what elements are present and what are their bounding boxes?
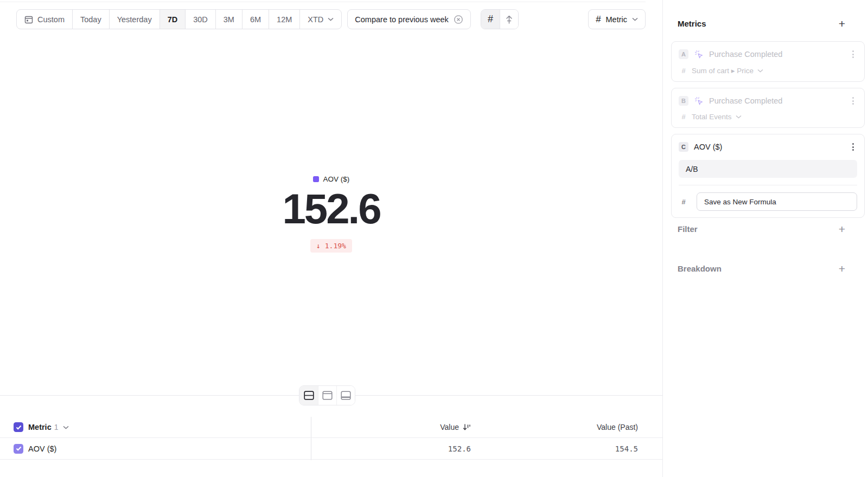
date-range-30d[interactable]: 30D xyxy=(185,9,216,29)
date-range-group: Custom Today Yesterday 7D 30D 3M 6M 12M … xyxy=(16,9,342,29)
formula-input[interactable]: A/B xyxy=(679,160,857,178)
sort-descending-icon xyxy=(463,423,471,431)
chart-view-button[interactable] xyxy=(318,386,336,405)
row-checkbox[interactable] xyxy=(14,444,23,454)
kpi-value: 152.6 xyxy=(0,187,662,231)
chevron-down-icon xyxy=(736,115,742,119)
metric-column-header: Metric xyxy=(28,423,52,431)
date-range-3m[interactable]: 3M xyxy=(215,9,242,29)
legend-color-swatch xyxy=(313,176,319,182)
top-divider xyxy=(0,2,646,2)
formula-actions-row: # Save as New Formula xyxy=(679,185,857,211)
row-value: 152.6 xyxy=(448,444,471,453)
metric-badge: C xyxy=(679,142,688,152)
split-view-button[interactable] xyxy=(299,386,318,405)
add-metric-button[interactable]: + xyxy=(839,18,845,29)
metric-event-name: Purchase Completed xyxy=(709,96,782,105)
add-filter-button[interactable]: + xyxy=(839,223,845,235)
date-range-label: 30D xyxy=(193,15,208,24)
metric-card-a[interactable]: A Purchase Completed # Sum of cart ▸ Pri… xyxy=(671,41,865,82)
metric-dropdown-button[interactable]: # Metric xyxy=(588,9,646,29)
query-builder-sidebar: Metrics + A Purchase Completed # Sum of … xyxy=(662,0,868,477)
metric-badge: A xyxy=(679,49,688,59)
metric-aggregation-row[interactable]: # Sum of cart ▸ Price xyxy=(679,66,857,75)
date-range-7d[interactable]: 7D xyxy=(159,9,186,29)
date-range-label: Custom xyxy=(37,15,65,24)
metric-aggregation-row[interactable]: # Total Events xyxy=(679,113,857,121)
more-options-icon[interactable] xyxy=(849,141,857,153)
metric-card-header: B Purchase Completed xyxy=(679,95,857,107)
remove-compare-icon[interactable] xyxy=(454,15,463,24)
date-range-label: Yesterday xyxy=(117,15,152,24)
chart-view-icon xyxy=(322,391,333,400)
metrics-title: Metrics xyxy=(678,19,706,28)
save-formula-button[interactable]: Save as New Formula xyxy=(697,192,857,211)
check-icon xyxy=(16,446,22,451)
legend-label: AOV ($) xyxy=(323,175,350,183)
filter-title: Filter xyxy=(678,224,698,234)
date-range-label: 12M xyxy=(277,15,292,24)
metric-card-b[interactable]: B Purchase Completed # Total Events xyxy=(671,88,865,128)
date-range-6m[interactable]: 6M xyxy=(242,9,269,29)
panel-layout-toggle xyxy=(299,385,355,405)
aggregation-label: Total Events xyxy=(692,113,732,121)
metric-event-name: Purchase Completed xyxy=(709,50,782,59)
date-range-label: Today xyxy=(80,15,101,24)
aggregation-label: Sum of cart ▸ Price xyxy=(692,66,754,75)
hash-icon: # xyxy=(679,113,688,121)
chevron-down-icon xyxy=(632,17,638,21)
toolbar: Custom Today Yesterday 7D 30D 3M 6M 12M … xyxy=(16,9,646,29)
table-view-button[interactable] xyxy=(336,386,355,405)
metric-count: 1 xyxy=(54,423,59,431)
visualization-toggle: # xyxy=(481,9,519,29)
date-range-xtd[interactable]: XTD xyxy=(299,9,342,29)
calendar-icon xyxy=(24,15,33,24)
date-range-12m[interactable]: 12M xyxy=(269,9,300,29)
value-past-column-header[interactable]: Value (Past) xyxy=(597,423,638,431)
more-options-icon[interactable] xyxy=(849,48,857,60)
hash-icon: # xyxy=(679,198,688,206)
date-range-label: XTD xyxy=(308,15,323,24)
breakdown-title: Breakdown xyxy=(678,264,722,273)
metrics-section-header: Metrics + xyxy=(678,18,841,29)
row-metric-name: AOV ($) xyxy=(28,444,56,453)
breakdown-section: Breakdown + xyxy=(678,263,841,274)
kpi-change-badge: ↓ 1.19% xyxy=(310,239,352,253)
table-view-icon xyxy=(341,391,351,400)
row-value-past: 154.5 xyxy=(615,444,638,453)
split-view-icon xyxy=(304,391,314,400)
chevron-down-icon xyxy=(328,17,334,21)
hash-icon: # xyxy=(488,14,493,25)
filter-section: Filter + xyxy=(678,223,841,235)
date-range-custom[interactable]: Custom xyxy=(16,9,73,29)
date-range-label: 7D xyxy=(168,15,178,24)
metric-card-header: C AOV ($) xyxy=(679,141,857,153)
event-cursor-icon xyxy=(694,96,704,106)
metric-card-header: A Purchase Completed xyxy=(679,48,857,60)
compare-chip-label: Compare to previous week xyxy=(355,15,448,24)
date-range-label: 3M xyxy=(224,15,234,24)
date-range-yesterday[interactable]: Yesterday xyxy=(109,9,160,29)
formula-metric-name: AOV ($) xyxy=(694,143,722,151)
select-all-checkbox[interactable] xyxy=(14,422,23,432)
date-range-label: 6M xyxy=(250,15,261,24)
metric-cards: A Purchase Completed # Sum of cart ▸ Pri… xyxy=(671,41,865,224)
arrow-up-icon xyxy=(505,15,514,24)
add-breakdown-button[interactable]: + xyxy=(839,263,845,274)
compare-chip[interactable]: Compare to previous week xyxy=(347,9,470,29)
results-table: Metric 1 Value Value (Past) AOV ($) 152.… xyxy=(0,417,662,460)
event-cursor-icon xyxy=(694,50,704,59)
kpi-legend: AOV ($) xyxy=(313,175,350,183)
chevron-down-icon xyxy=(757,69,763,73)
report-main-panel: Custom Today Yesterday 7D 30D 3M 6M 12M … xyxy=(0,0,662,477)
chevron-down-icon[interactable] xyxy=(63,426,69,429)
metric-card-c[interactable]: C AOV ($) A/B # Save as New Formula xyxy=(671,134,865,218)
metric-view-toggle[interactable]: # xyxy=(481,10,500,29)
date-range-today[interactable]: Today xyxy=(72,9,110,29)
value-header-label: Value xyxy=(440,423,459,431)
trend-view-toggle[interactable] xyxy=(500,10,518,29)
table-row[interactable]: AOV ($) 152.6 154.5 xyxy=(0,438,662,460)
more-options-icon[interactable] xyxy=(849,95,857,107)
check-icon xyxy=(16,425,22,430)
value-column-header[interactable]: Value xyxy=(440,423,471,431)
